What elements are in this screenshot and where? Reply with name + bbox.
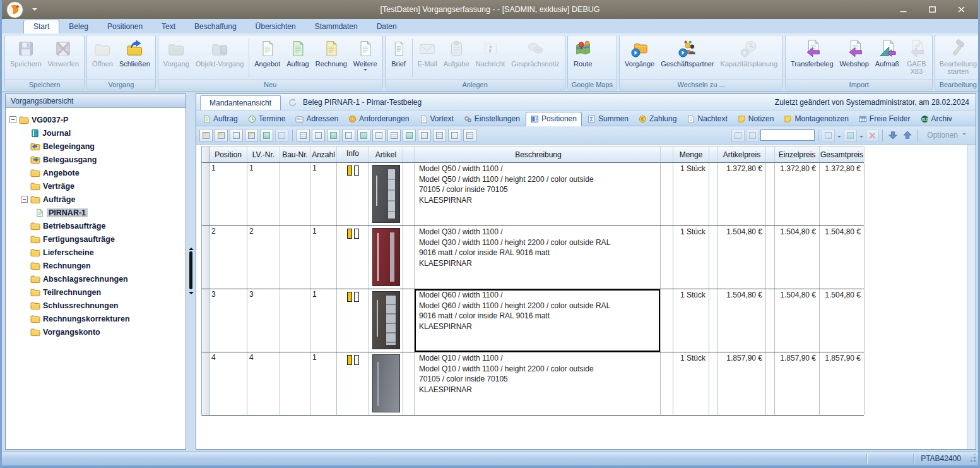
cell-lv-nr[interactable]: 1 bbox=[247, 163, 280, 225]
info-view-icon[interactable] bbox=[312, 129, 325, 142]
cell-gesamtpreis[interactable]: 1.504,80 € bbox=[820, 289, 865, 352]
move-down-icon[interactable] bbox=[886, 129, 899, 142]
tree-node-schlussrechnungen[interactable]: Schlussrechnungen bbox=[7, 299, 184, 312]
rows-view-icon[interactable] bbox=[433, 129, 446, 142]
cell-artikel[interactable] bbox=[369, 352, 403, 415]
tab-einstellungen[interactable]: Einstellungen bbox=[459, 112, 524, 126]
tab-notizen[interactable]: Notizen bbox=[733, 112, 779, 126]
cell-beschreibung[interactable]: Model Q30 / width 1100 / Model Q30 / wid… bbox=[415, 226, 661, 289]
cell-menge[interactable]: 1 Stück bbox=[673, 352, 709, 415]
cell-menge[interactable]: 1 Stück bbox=[673, 163, 709, 225]
ribbon-tab-beschaffung[interactable]: Beschaffung bbox=[185, 20, 246, 33]
cell-gesamtpreis[interactable]: 1.372,80 € bbox=[820, 163, 865, 225]
cell-lv-nr[interactable]: 4 bbox=[247, 352, 280, 415]
close-button[interactable] bbox=[954, 4, 968, 15]
frame-view-icon[interactable] bbox=[342, 129, 355, 142]
kapazitaetsplanung-button[interactable]: Kapazitätsplanung bbox=[717, 37, 781, 79]
tab-archiv[interactable]: ELOArchiv bbox=[916, 112, 957, 126]
collapse-icon[interactable] bbox=[21, 196, 28, 203]
cell-artikelpreis[interactable]: 1.504,80 € bbox=[718, 226, 766, 289]
cell-info[interactable] bbox=[337, 352, 369, 415]
cell-bau-nr[interactable] bbox=[280, 226, 310, 289]
cell-menge[interactable]: 1 Stück bbox=[673, 226, 709, 289]
ribbon-tab-beleg[interactable]: Beleg bbox=[59, 20, 98, 33]
cell-bau-nr[interactable] bbox=[280, 163, 310, 225]
aufgabe-button[interactable]: Aufgabe bbox=[440, 37, 473, 79]
cell-artikel[interactable] bbox=[369, 163, 403, 225]
row-selector[interactable] bbox=[202, 289, 210, 352]
minimize-button[interactable] bbox=[896, 4, 910, 15]
tab-anforderungen[interactable]: Anforderungen bbox=[344, 112, 413, 126]
tree-node-pirnar-1[interactable]: PIRNAR-1 bbox=[7, 206, 184, 219]
transferbeleg-button[interactable]: Transferbeleg bbox=[788, 37, 836, 79]
copy-doc-caret-icon[interactable] bbox=[859, 136, 863, 140]
tab-nachtext[interactable]: Nachtext bbox=[682, 112, 731, 126]
time-edit-icon[interactable] bbox=[230, 129, 243, 142]
image-edit-icon[interactable] bbox=[260, 129, 273, 142]
tree-node-belegausgang[interactable]: Belegausgang bbox=[7, 153, 184, 166]
edit-icon[interactable] bbox=[199, 129, 213, 142]
row-selector[interactable] bbox=[202, 163, 210, 225]
panel-splitter[interactable] bbox=[186, 93, 196, 450]
tab-montagenotizen[interactable]: Montagenotizen bbox=[779, 112, 853, 126]
cell-einzelpreis[interactable]: 1.504,80 € bbox=[775, 226, 820, 289]
cell-gesamtpreis[interactable]: 1.857,90 € bbox=[820, 352, 865, 415]
cell-einzelpreis[interactable]: 1.504,80 € bbox=[775, 289, 820, 352]
new-doc-view-icon[interactable] bbox=[418, 129, 431, 142]
route-button[interactable]: Route bbox=[570, 37, 596, 79]
grid-plus-icon[interactable] bbox=[403, 129, 416, 142]
cell-artikelpreis[interactable]: 1.372,80 € bbox=[718, 163, 766, 225]
gespraechsnotiz-button[interactable]: Gesprächsnotiz bbox=[508, 37, 562, 79]
cell-gesamtpreis[interactable]: 1.504,80 € bbox=[820, 226, 865, 289]
ribbon-tab-start[interactable]: Start bbox=[23, 20, 59, 33]
mandantenansicht-tab[interactable]: Mandantenansicht bbox=[200, 95, 281, 110]
ribbon-tab-positionen[interactable]: Positionen bbox=[98, 20, 152, 33]
geschaeftspartner-button[interactable]: Geschäftspartner bbox=[658, 37, 717, 79]
tree-node-journal[interactable]: Journal bbox=[7, 126, 184, 140]
tree-node-root[interactable]: VG0037-P bbox=[7, 113, 184, 126]
cell-position[interactable]: 2 bbox=[210, 226, 247, 289]
new-doc-caret-icon[interactable] bbox=[837, 136, 841, 140]
cell-lv-nr[interactable]: 3 bbox=[247, 289, 280, 352]
new-doc-icon[interactable] bbox=[822, 129, 835, 142]
cell-bau-nr[interactable] bbox=[280, 352, 310, 415]
cell-position[interactable]: 4 bbox=[210, 352, 247, 415]
ribbon-tab-text[interactable]: Text bbox=[152, 20, 185, 33]
header-bau-nr[interactable]: Bau-Nr. bbox=[280, 147, 310, 162]
cell-artikelpreis[interactable]: 1.504,80 € bbox=[718, 289, 766, 352]
cell-info[interactable] bbox=[337, 289, 369, 352]
header-artikel[interactable]: Artikel bbox=[369, 147, 403, 162]
move-up-icon[interactable] bbox=[900, 129, 914, 142]
resize-grip-icon[interactable] bbox=[967, 453, 977, 464]
speichern-button[interactable]: Speichern bbox=[7, 37, 45, 79]
header-lv-nr[interactable]: LV.-Nr. bbox=[247, 147, 280, 162]
cell-menge[interactable]: 1 Stück bbox=[673, 289, 709, 352]
cell-position[interactable]: 1 bbox=[210, 163, 247, 225]
window-view-icon[interactable] bbox=[448, 129, 461, 142]
tree-node-vertraege[interactable]: Verträge bbox=[7, 179, 184, 193]
tab-termine[interactable]: Termine bbox=[244, 112, 290, 126]
ribbon-tab-stammdaten[interactable]: Stammdaten bbox=[305, 20, 367, 33]
tab-vortext[interactable]: Vortext bbox=[415, 112, 458, 126]
cell-position[interactable]: 3 bbox=[210, 289, 247, 352]
oeffnen-button[interactable]: Öffnen bbox=[89, 37, 116, 79]
attachment-view-icon[interactable] bbox=[372, 129, 386, 142]
tree-node-betriebsauftraege[interactable]: Betriebsaufträge bbox=[7, 219, 184, 232]
refresh-icon[interactable] bbox=[287, 98, 297, 107]
tree-node-teilrechnungen[interactable]: Teilrechnungen bbox=[7, 285, 184, 299]
cell-info[interactable] bbox=[337, 163, 369, 225]
cell-bau-nr[interactable] bbox=[280, 289, 310, 352]
optionen-button[interactable]: Optionen bbox=[921, 131, 972, 140]
rechnung-button[interactable]: Rechnung bbox=[312, 37, 350, 79]
tree-node-vorgangskonto[interactable]: Vorgangskonto bbox=[7, 325, 184, 339]
cell-beschreibung[interactable]: Model Q10 / width 1100 / Model Q10 / wid… bbox=[415, 352, 661, 415]
cell-anzahl[interactable]: 1 bbox=[310, 226, 337, 289]
tree-node-abschlagsrechnungen[interactable]: Abschlagsrechnungen bbox=[7, 272, 184, 285]
tab-auftrag[interactable]: Auftrag bbox=[198, 112, 242, 126]
objekt-vorgang-button[interactable]: Objekt-Vorgang bbox=[192, 37, 247, 79]
tab-summen[interactable]: Summen bbox=[583, 112, 633, 126]
cell-anzahl[interactable]: 1 bbox=[310, 289, 337, 352]
tab-positionen[interactable]: Positionen bbox=[526, 112, 582, 126]
nachricht-button[interactable]: Nachricht bbox=[473, 37, 508, 79]
header-anzahl[interactable]: Anzahl bbox=[310, 147, 337, 162]
